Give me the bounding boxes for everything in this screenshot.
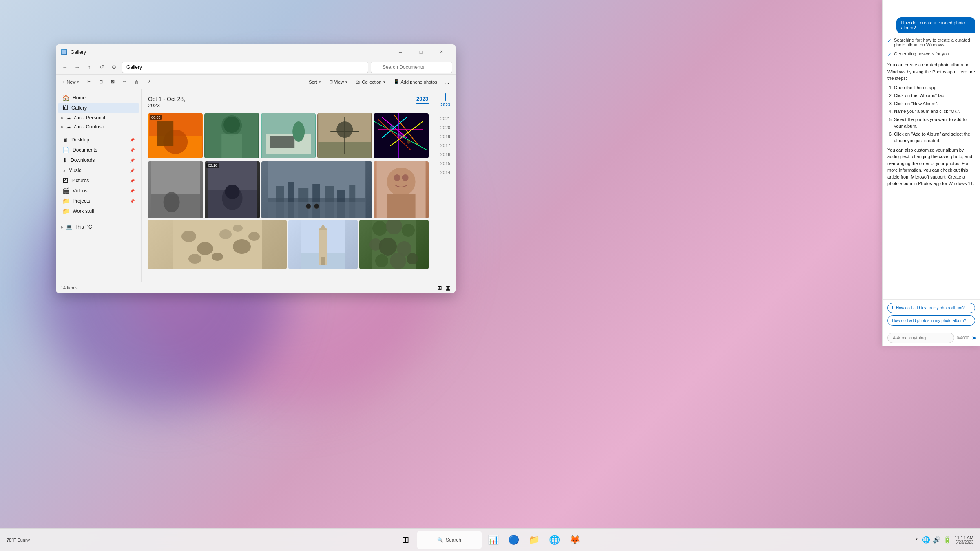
sidebar-item-zac-personal[interactable]: ▶ ☁ Zac - Personal bbox=[56, 113, 141, 122]
step-6: Click on "Add to Album" and select the a… bbox=[894, 131, 975, 144]
share-button[interactable]: ↗ bbox=[144, 76, 154, 88]
user-message-bubble: How do I create a curated photo album? bbox=[896, 17, 976, 33]
taskbar-clock[interactable]: 11:11 AM 5/23/2023 bbox=[955, 535, 973, 544]
photo-item[interactable] bbox=[204, 113, 259, 158]
gallery-header: Oct 1 - Oct 28, 2023 2023 bbox=[148, 96, 429, 108]
edge-button[interactable]: 🌐 bbox=[546, 531, 564, 549]
timeline-bar bbox=[445, 93, 446, 101]
music-icon: ♪ bbox=[62, 167, 65, 174]
send-button[interactable]: ➤ bbox=[972, 335, 977, 341]
copy-button[interactable]: ⊡ bbox=[96, 76, 106, 88]
navigation-toolbar: ← → ↑ ↺ ⊙ Gallery 🔍 bbox=[56, 60, 456, 75]
photo-city-item[interactable] bbox=[261, 161, 372, 218]
sidebar-pictures-label: Pictures bbox=[71, 178, 89, 183]
sidebar-home-label: Home bbox=[73, 95, 86, 101]
svg-rect-70 bbox=[321, 257, 325, 265]
delete-button[interactable]: 🗑 bbox=[131, 76, 142, 88]
sidebar-item-zac-contoso[interactable]: ▶ ☁ Zac - Contoso bbox=[56, 122, 141, 131]
address-bar[interactable]: Gallery bbox=[122, 62, 368, 73]
timeline-year-2014[interactable]: 2014 bbox=[440, 170, 450, 175]
pictures-icon: 🖼 bbox=[62, 177, 68, 184]
add-phone-button[interactable]: 📱 Add phone photos bbox=[390, 76, 440, 88]
sort-button[interactable]: Sort ▾ bbox=[305, 76, 324, 88]
new-button[interactable]: + New ▾ bbox=[59, 76, 82, 88]
sidebar-item-workstuff[interactable]: 📁 Work stuff bbox=[58, 206, 139, 216]
photo-item[interactable]: 00:06 bbox=[148, 113, 203, 158]
view-chevron-icon: ▾ bbox=[345, 80, 347, 84]
cloud-personal-icon: ☁ bbox=[66, 115, 71, 121]
sidebar-item-home[interactable]: 🏠 Home bbox=[58, 93, 139, 103]
timeline-year-2023[interactable]: 2023 bbox=[440, 102, 450, 107]
phone-icon: 📱 bbox=[394, 79, 399, 84]
widgets-icon: 📊 bbox=[488, 535, 499, 545]
photo-item[interactable] bbox=[148, 161, 203, 218]
sidebar-documents-label: Documents bbox=[73, 147, 97, 153]
photo-item[interactable] bbox=[374, 161, 429, 218]
files-taskbar-button[interactable]: 📁 bbox=[525, 531, 543, 549]
view-large-button[interactable]: ▦ bbox=[445, 284, 451, 291]
sidebar-item-thispc[interactable]: ▶ 💻 This PC bbox=[56, 223, 141, 231]
photo-item[interactable] bbox=[359, 220, 429, 269]
photo-item[interactable] bbox=[261, 113, 316, 158]
copilot-taskbar-button[interactable]: 🔵 bbox=[505, 531, 523, 549]
collection-button[interactable]: 🗂 Collection ▾ bbox=[352, 76, 388, 88]
photo-row-1: 00:06 bbox=[148, 113, 429, 158]
sidebar-item-documents[interactable]: 📄 Documents 📌 bbox=[58, 145, 139, 155]
search-taskbar-button[interactable]: 🔍 Search bbox=[417, 531, 482, 549]
photo-item[interactable] bbox=[317, 113, 372, 158]
sidebar-item-gallery[interactable]: 🖼 Gallery bbox=[58, 103, 139, 113]
timeline-year-2020[interactable]: 2020 bbox=[440, 125, 450, 130]
search-input[interactable] bbox=[371, 62, 452, 73]
photo-item[interactable] bbox=[148, 220, 287, 269]
timeline-year-2017[interactable]: 2017 bbox=[440, 143, 450, 148]
sidebar-item-projects[interactable]: 📁 Projects 📌 bbox=[58, 196, 139, 206]
sidebar-item-downloads[interactable]: ⬇ Downloads 📌 bbox=[58, 155, 139, 165]
sidebar-item-videos[interactable]: 🎬 Videos 📌 bbox=[58, 186, 139, 196]
ai-response: You can create a curated photo album on … bbox=[887, 62, 975, 187]
cut-button[interactable]: ✂ bbox=[84, 76, 94, 88]
svg-point-62 bbox=[188, 254, 201, 264]
suggested-question-1[interactable]: ℹ How do I add text in my photo album? bbox=[887, 303, 975, 313]
more-options-button[interactable]: ... bbox=[442, 76, 452, 88]
close-button[interactable]: ✕ bbox=[432, 46, 451, 58]
taskbar-center: ⊞ 🔍 Search 📊 🔵 📁 🌐 🦊 bbox=[396, 531, 584, 549]
app-button[interactable]: 🦊 bbox=[566, 531, 584, 549]
maximize-button[interactable]: □ bbox=[411, 46, 430, 58]
rename-button[interactable]: ✏ bbox=[119, 76, 130, 88]
sidebar-contoso-label: Zac - Contoso bbox=[73, 124, 104, 130]
timeline-year-2015[interactable]: 2015 bbox=[440, 161, 450, 166]
up-button[interactable]: ↑ bbox=[84, 62, 95, 73]
timeline-year-2016[interactable]: 2016 bbox=[440, 152, 450, 157]
copilot-input[interactable] bbox=[887, 333, 954, 343]
forward-button[interactable]: → bbox=[71, 62, 83, 73]
suggested-question-2[interactable]: How do I add photos in my photo album? bbox=[887, 315, 975, 326]
start-button[interactable]: ⊞ bbox=[396, 531, 414, 549]
pin3-icon: 📌 bbox=[130, 158, 135, 163]
photo-item[interactable] bbox=[288, 220, 358, 269]
view-button[interactable]: ⊞ View ▾ bbox=[326, 76, 351, 88]
sidebar-item-pictures[interactable]: 🖼 Pictures 📌 bbox=[58, 176, 139, 185]
gallery-icon: 🖼 bbox=[62, 105, 68, 111]
widgets-button[interactable]: 📊 bbox=[484, 531, 502, 549]
photo-item[interactable]: 02:10 bbox=[205, 161, 260, 218]
sidebar-workstuff-label: Work stuff bbox=[73, 208, 95, 214]
sidebar-gallery-label: Gallery bbox=[71, 105, 87, 111]
recent-button[interactable]: ⊙ bbox=[108, 62, 119, 73]
pin6-icon: 📌 bbox=[130, 189, 135, 193]
sidebar-item-music[interactable]: ♪ Music 📌 bbox=[58, 165, 139, 175]
current-year-label: 2023 bbox=[416, 96, 429, 104]
sidebar-item-desktop[interactable]: 🖥 Desktop 📌 bbox=[58, 135, 139, 145]
photo-neon-item[interactable] bbox=[374, 113, 429, 158]
system-tray[interactable]: ^ bbox=[916, 531, 919, 549]
view-small-button[interactable]: ⊞ bbox=[437, 284, 442, 291]
gallery-date: Oct 1 - Oct 28, bbox=[148, 96, 185, 102]
timeline-year-2019[interactable]: 2019 bbox=[440, 134, 450, 139]
refresh-button[interactable]: ↺ bbox=[96, 62, 107, 73]
gallery-year: 2023 bbox=[148, 102, 185, 108]
minimize-button[interactable]: ─ bbox=[391, 46, 410, 58]
title-bar: Gallery ─ □ ✕ bbox=[56, 44, 456, 60]
timeline-year-2021[interactable]: 2021 bbox=[440, 116, 450, 121]
desktop-icon: 🖥 bbox=[62, 137, 68, 143]
paste-button[interactable]: ⊠ bbox=[108, 76, 118, 88]
back-button[interactable]: ← bbox=[59, 62, 71, 73]
